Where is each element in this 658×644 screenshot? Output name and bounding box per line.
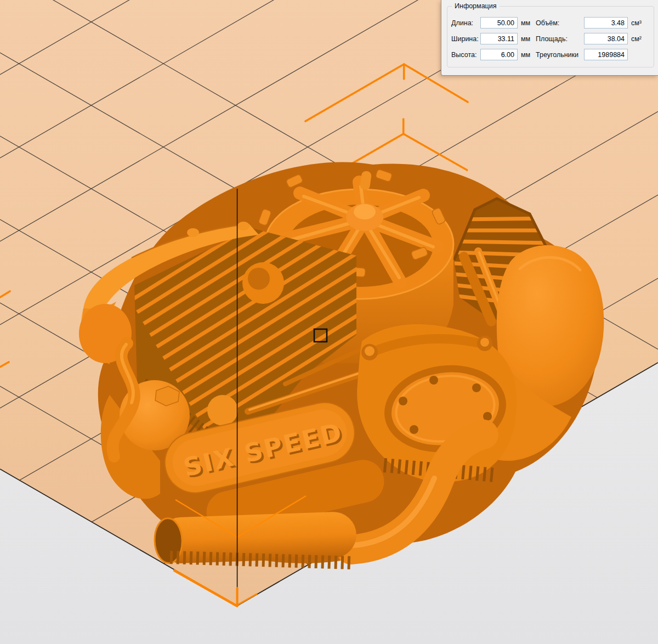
area-field[interactable]: 38.04	[584, 33, 628, 44]
info-groupbox: Информация Длина: 50.00 мм Объём: 3.48 с…	[447, 6, 654, 67]
volume-field[interactable]: 3.48	[584, 17, 628, 29]
length-label: Длина:	[451, 19, 480, 27]
width-label: Ширина:	[451, 35, 480, 43]
info-fields: Длина: 50.00 мм Объём: 3.48 см³ Ширина: …	[451, 15, 646, 63]
info-panel-title: Информация	[452, 2, 500, 10]
triangles-label: Треугольники	[536, 51, 584, 59]
viewport-3d[interactable]: SIX SPEED SIX SPEED	[0, 0, 658, 644]
width-unit: мм	[518, 35, 536, 43]
height-label: Высота:	[451, 51, 480, 59]
area-unit: см²	[628, 35, 646, 43]
triangles-field[interactable]: 1989884	[584, 49, 628, 60]
length-unit: мм	[518, 19, 536, 27]
height-field[interactable]: 6.00	[480, 49, 518, 60]
info-panel: Информация Длина: 50.00 мм Объём: 3.48 с…	[441, 0, 658, 76]
length-field[interactable]: 50.00	[480, 17, 518, 29]
volume-unit: см³	[628, 19, 646, 27]
area-label: Площадь:	[536, 35, 584, 43]
height-unit: мм	[518, 51, 536, 59]
width-field[interactable]: 33.11	[480, 33, 518, 44]
volume-label: Объём:	[536, 19, 584, 27]
